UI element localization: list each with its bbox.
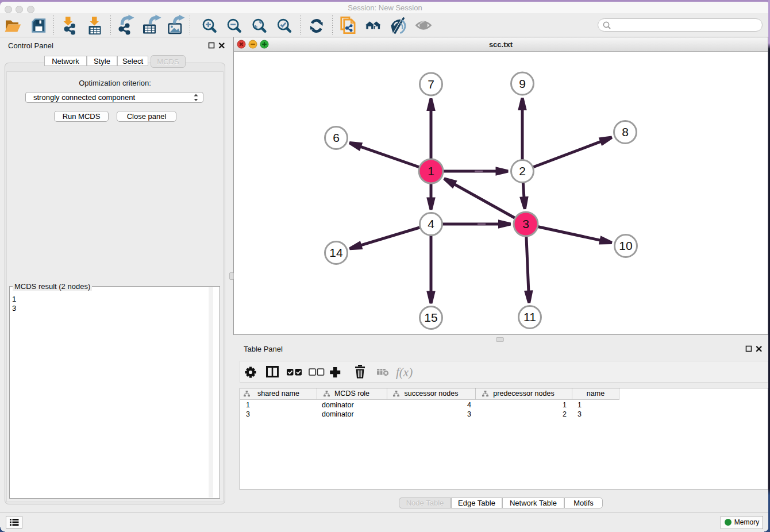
svg-text:14: 14 <box>329 246 343 259</box>
svg-text:10: 10 <box>619 239 632 252</box>
svg-text:15: 15 <box>424 311 437 324</box>
svg-text:9: 9 <box>519 77 526 90</box>
svg-text:8: 8 <box>622 125 629 138</box>
svg-text:3: 3 <box>522 217 529 230</box>
svg-text:f(x): f(x) <box>396 365 413 379</box>
svg-text:6: 6 <box>333 131 340 144</box>
svg-text:2: 2 <box>519 164 526 178</box>
svg-text:11: 11 <box>523 310 536 323</box>
svg-text:4: 4 <box>428 217 434 230</box>
svg-text:1: 1 <box>428 164 434 178</box>
svg-text:7: 7 <box>428 78 434 91</box>
